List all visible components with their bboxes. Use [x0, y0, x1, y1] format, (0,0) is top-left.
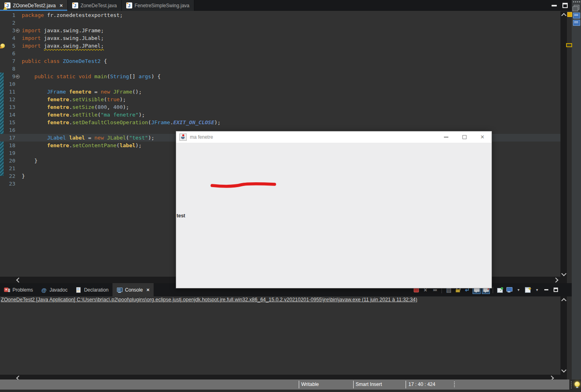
- status-overflow-icon[interactable]: [454, 382, 455, 387]
- code-line-11[interactable]: 11 JFrame fenetre = new JFrame();: [0, 88, 560, 96]
- code-token[interactable]: ,: [107, 104, 113, 110]
- code-token[interactable]: =: [88, 135, 94, 141]
- window-close-icon[interactable]: ×: [473, 131, 491, 143]
- code-token[interactable]: ();: [132, 89, 142, 95]
- code-token[interactable]: JLabel: [47, 135, 69, 141]
- open-console-button[interactable]: [524, 286, 532, 294]
- code-token[interactable]: [22, 96, 47, 102]
- code-text[interactable]: [15, 19, 22, 27]
- maximize-view-button[interactable]: [552, 286, 560, 294]
- code-line-7[interactable]: 7public class ZOoneDeTest2 {: [0, 57, 560, 65]
- code-token[interactable]: public static void: [34, 73, 94, 79]
- code-token[interactable]: [22, 89, 47, 95]
- code-token[interactable]: (: [94, 104, 98, 110]
- code-token[interactable]: [22, 119, 47, 125]
- notification-bulb-icon[interactable]: [575, 382, 580, 387]
- code-text[interactable]: fenetre.setTitle("ma fenetre");: [15, 111, 145, 119]
- minimize-editor-area-icon[interactable]: [552, 5, 557, 6]
- code-token[interactable]: label: [69, 135, 88, 141]
- maximize-editor-area-icon[interactable]: [562, 3, 568, 8]
- code-token[interactable]: }: [22, 158, 37, 164]
- code-token[interactable]: );: [120, 96, 126, 102]
- code-token[interactable]: String: [110, 73, 129, 79]
- code-text[interactable]: JLabel label = new JLabel("test");: [15, 134, 154, 142]
- scroll-down-icon[interactable]: [561, 271, 566, 276]
- code-token[interactable]: .: [170, 119, 173, 125]
- code-token[interactable]: main: [94, 73, 107, 79]
- editor-tab-FenetreSimpleSwing.java[interactable]: JFenetreSimpleSwing.java: [122, 0, 194, 11]
- code-token[interactable]: fenetre: [47, 112, 69, 118]
- code-token[interactable]: (: [117, 142, 120, 148]
- overview-warning-marker[interactable]: [566, 43, 572, 47]
- code-token[interactable]: setDefaultCloseOperation: [72, 119, 148, 125]
- minimize-view-button[interactable]: [542, 286, 550, 294]
- code-token[interactable]: EXIT_ON_CLOSE: [173, 119, 214, 125]
- code-line-13[interactable]: 13 fenetre.setSize(800, 400);: [0, 103, 560, 111]
- code-token[interactable]: );: [139, 112, 145, 118]
- code-line-6[interactable]: 6: [0, 50, 560, 57]
- code-token[interactable]: {: [104, 58, 107, 64]
- code-token[interactable]: ZOoneDeTest2: [63, 58, 104, 64]
- code-token[interactable]: [22, 135, 47, 141]
- scroll-left-icon[interactable]: [16, 277, 21, 283]
- code-text[interactable]: import javax.swing.JPanel;: [15, 42, 104, 50]
- dropdown-button[interactable]: ▾: [514, 286, 523, 294]
- code-token[interactable]: JLabel: [107, 135, 126, 141]
- editor-tab-ZoneDeTest.java[interactable]: JZoneDeTest.java: [68, 0, 122, 11]
- code-token[interactable]: ) {: [151, 73, 160, 79]
- code-text[interactable]: [15, 180, 22, 188]
- code-text[interactable]: }: [15, 172, 25, 180]
- code-text[interactable]: }: [15, 157, 37, 165]
- code-text[interactable]: fenetre.setSize(800, 400);: [15, 103, 129, 111]
- code-token[interactable]: setTitle: [72, 112, 98, 118]
- minimized-view-icon[interactable]: [573, 13, 580, 19]
- console-tab-declaration[interactable]: Declaration: [71, 283, 112, 296]
- tab-close-icon[interactable]: ×: [60, 2, 63, 8]
- code-text[interactable]: fenetre.setContentPane(label);: [15, 142, 142, 149]
- code-token[interactable]: import: [22, 27, 44, 33]
- swing-window[interactable]: ma fenetre × test: [176, 131, 492, 288]
- code-line-8[interactable]: 8: [0, 65, 560, 73]
- fold-collapse-icon[interactable]: [16, 75, 20, 79]
- code-line-4[interactable]: 4import javax.swing.JLabel;: [0, 34, 560, 42]
- code-token[interactable]: [22, 142, 47, 148]
- code-text[interactable]: JFrame fenetre = new JFrame();: [15, 88, 142, 96]
- code-token[interactable]: JFrame: [47, 89, 69, 95]
- console-tab-javadoc[interactable]: Javadoc: [37, 283, 72, 296]
- code-token[interactable]: setSize: [72, 104, 94, 110]
- scroll-right-icon[interactable]: [553, 277, 558, 283]
- console-process-link[interactable]: ZOoneDeTest2 [Java Application] C:\Users…: [0, 296, 560, 302]
- code-token[interactable]: JFrame: [151, 119, 170, 125]
- code-text[interactable]: public static void main(String[] args) {: [15, 73, 160, 80]
- tab-close-icon[interactable]: ×: [146, 287, 150, 293]
- code-token[interactable]: new: [101, 89, 113, 95]
- console-tab-problems[interactable]: Problems: [0, 283, 37, 296]
- console-output[interactable]: ZOoneDeTest2 [Java Application] C:\Users…: [0, 296, 560, 375]
- code-token[interactable]: true: [107, 96, 119, 102]
- code-line-9[interactable]: 9 public static void main(String[] args)…: [0, 73, 560, 80]
- code-text[interactable]: import javax.swing.JLabel;: [15, 34, 104, 42]
- code-token[interactable]: "test": [129, 135, 148, 141]
- code-token[interactable]: [22, 73, 34, 79]
- code-token[interactable]: javax.swing.JPanel;: [44, 43, 104, 49]
- code-token[interactable]: fenetre: [47, 142, 69, 148]
- code-token[interactable]: label: [120, 142, 135, 148]
- code-text[interactable]: fenetre.setDefaultCloseOperation(JFrame.…: [15, 119, 221, 126]
- code-token[interactable]: );: [135, 142, 142, 148]
- code-token[interactable]: 400: [113, 104, 123, 110]
- code-text[interactable]: [15, 65, 22, 73]
- code-token[interactable]: (: [126, 135, 129, 141]
- code-text[interactable]: [15, 149, 22, 157]
- code-token[interactable]: import: [22, 43, 44, 49]
- code-text[interactable]: [15, 126, 22, 134]
- code-token[interactable]: JFrame: [113, 89, 132, 95]
- code-token[interactable]: setVisible: [72, 96, 104, 102]
- code-token[interactable]: );: [148, 135, 154, 141]
- code-line-3[interactable]: 3import javax.swing.JFrame;: [0, 27, 560, 34]
- code-text[interactable]: [15, 80, 22, 88]
- scroll-up-icon[interactable]: [561, 298, 566, 303]
- code-line-15[interactable]: 15 fenetre.setDefaultCloseOperation(JFra…: [0, 119, 560, 126]
- code-token[interactable]: args: [139, 73, 151, 79]
- code-text[interactable]: [15, 50, 22, 57]
- console-tab-console[interactable]: Console×: [112, 283, 154, 296]
